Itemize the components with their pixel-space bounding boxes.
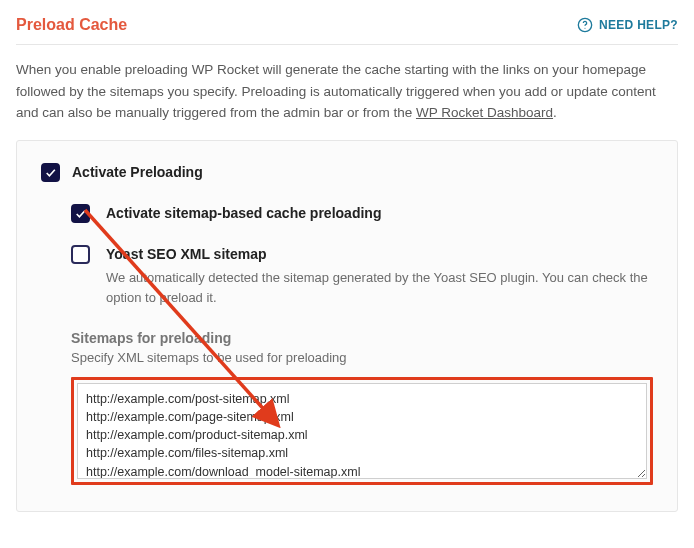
sitemaps-section-title: Sitemaps for preloading (71, 330, 653, 346)
sitemaps-textarea[interactable] (77, 383, 647, 479)
page-title: Preload Cache (16, 16, 127, 34)
help-icon (577, 17, 593, 33)
dashboard-link[interactable]: WP Rocket Dashboard (416, 105, 553, 120)
need-help-label: NEED HELP? (599, 18, 678, 32)
activate-preloading-checkbox[interactable] (41, 163, 60, 182)
intro-text-part1: When you enable preloading WP Rocket wil… (16, 62, 656, 120)
intro-text-part2: . (553, 105, 557, 120)
intro-text: When you enable preloading WP Rocket wil… (16, 59, 678, 124)
sitemaps-textarea-highlight (71, 377, 653, 485)
activate-preloading-label: Activate Preloading (72, 163, 203, 180)
sitemaps-section-desc: Specify XML sitemaps to be used for prel… (71, 350, 653, 365)
activate-sitemap-label: Activate sitemap-based cache preloading (106, 204, 381, 221)
svg-point-1 (584, 28, 585, 29)
yoast-sitemap-label: Yoast SEO XML sitemap (106, 245, 653, 262)
yoast-sitemap-checkbox[interactable] (71, 245, 90, 264)
activate-sitemap-checkbox[interactable] (71, 204, 90, 223)
yoast-sitemap-desc: We automatically detected the sitemap ge… (106, 268, 653, 308)
preload-panel: Activate Preloading Activate sitemap-bas… (16, 140, 678, 512)
need-help-link[interactable]: NEED HELP? (577, 17, 678, 33)
